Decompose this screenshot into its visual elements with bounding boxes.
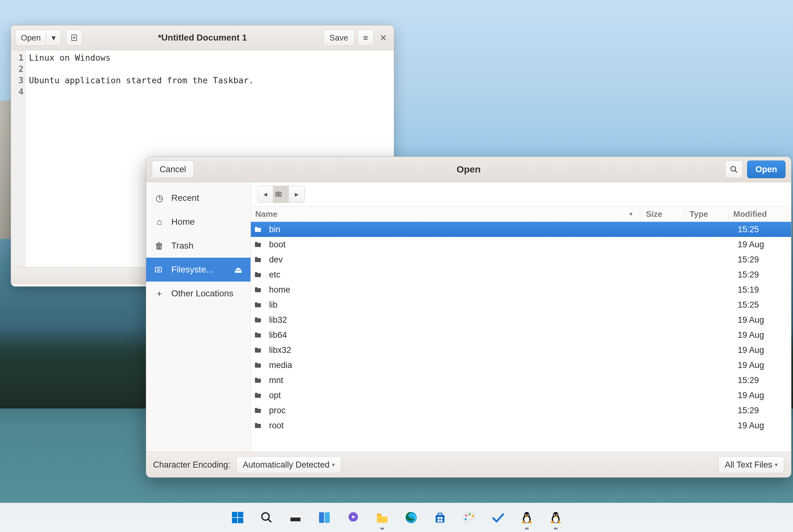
widgets-icon (318, 511, 331, 524)
open-confirm-button[interactable]: Open (747, 160, 786, 178)
search-button[interactable] (725, 160, 743, 178)
file-modified: 19 Aug (733, 315, 791, 325)
edge-browser-button[interactable] (403, 510, 419, 525)
file-name: boot (267, 240, 733, 249)
start-button[interactable] (230, 510, 245, 525)
file-row[interactable]: bin15:25 (251, 222, 791, 237)
file-modified: 19 Aug (733, 391, 791, 400)
column-header-modified[interactable]: Modified (729, 209, 791, 219)
sidebar-item-recent[interactable]: ◷ Recent (146, 186, 250, 210)
widgets-button[interactable] (317, 510, 332, 525)
sidebar-item-filesystem-root[interactable]: Filesyste... ⏏ (146, 258, 250, 282)
triangle-down-icon: ▾ (52, 33, 56, 43)
triangle-down-icon: ▾ (629, 211, 632, 217)
svg-rect-10 (238, 512, 243, 517)
sidebar-item-label: Home (171, 217, 195, 227)
save-button[interactable]: Save (323, 30, 354, 46)
gedit-headerbar: Open ▾ *Untitled Document 1 Save ≡ ✕ (11, 25, 394, 50)
svg-line-4 (735, 170, 737, 172)
file-row[interactable]: lib6419 Aug (251, 327, 791, 343)
file-modified: 15:29 (733, 255, 791, 265)
close-window-button[interactable]: ✕ (377, 32, 390, 44)
svg-point-3 (731, 166, 735, 171)
path-current-location[interactable] (273, 186, 289, 202)
folder-icon (251, 301, 267, 308)
file-name: media (267, 360, 733, 370)
file-explorer-button[interactable] (375, 510, 390, 525)
trash-icon: 🗑 (154, 241, 164, 251)
column-header-name[interactable]: Name▾ (251, 209, 641, 219)
file-row[interactable]: opt19 Aug (251, 388, 791, 403)
file-modified: 19 Aug (733, 360, 791, 370)
file-modified: 15:19 (733, 285, 791, 295)
tux-icon (549, 511, 562, 524)
chat-icon (347, 511, 360, 524)
file-list-header: Name▾ Size Type Modified (251, 206, 791, 222)
linux-app-button-2[interactable] (548, 510, 563, 525)
chat-button[interactable] (346, 510, 361, 525)
open-button[interactable]: Open (15, 30, 46, 46)
file-name: lib64 (267, 330, 733, 340)
folder-icon (251, 256, 267, 263)
file-name: dev (267, 255, 733, 265)
svg-rect-26 (437, 520, 440, 522)
file-row[interactable]: mnt15:29 (251, 373, 791, 388)
file-row[interactable]: proc15:29 (251, 403, 791, 418)
file-modified: 15:29 (733, 406, 791, 415)
file-row[interactable]: home15:19 (251, 282, 791, 297)
file-name: bin (267, 225, 733, 234)
file-row[interactable]: lib3219 Aug (251, 312, 791, 327)
column-header-size[interactable]: Size (641, 209, 685, 219)
open-split-button[interactable]: Open ▾ (15, 30, 61, 46)
line-number: 1 (11, 52, 23, 63)
svg-point-30 (471, 515, 473, 517)
file-name: etc (267, 270, 733, 280)
svg-point-42 (554, 515, 554, 515)
folder-icon (251, 392, 267, 399)
file-row[interactable]: etc15:29 (251, 267, 791, 282)
cancel-button[interactable]: Cancel (152, 160, 194, 178)
microsoft-store-button[interactable] (433, 510, 448, 525)
file-row[interactable]: dev15:29 (251, 252, 791, 267)
taskbar-search[interactable] (259, 510, 274, 525)
disk-icon (154, 266, 164, 274)
eject-icon[interactable]: ⏏ (234, 265, 242, 275)
file-name: home (267, 285, 733, 295)
column-header-type[interactable]: Type (685, 209, 729, 219)
sidebar-item-other-locations[interactable]: ＋ Other Locations (146, 282, 250, 305)
open-recent-dropdown[interactable]: ▾ (46, 30, 61, 46)
file-name: lib (267, 300, 733, 310)
encoding-dropdown[interactable]: Automatically Detected▾ (236, 456, 341, 473)
file-list[interactable]: bin15:25boot19 Augdev15:29etc15:29home15… (251, 222, 791, 452)
svg-point-13 (262, 513, 269, 520)
path-forward-button[interactable]: ▸ (289, 186, 305, 202)
folder-icon (251, 286, 267, 293)
sidebar-item-home[interactable]: ⌂ Home (146, 210, 250, 234)
file-row[interactable]: lib15:25 (251, 297, 791, 312)
sidebar-item-trash[interactable]: 🗑 Trash (146, 234, 250, 258)
file-name: proc (267, 406, 733, 415)
paint-button[interactable] (461, 510, 476, 525)
file-row[interactable]: boot19 Aug (251, 237, 791, 252)
new-tab-button[interactable] (66, 30, 82, 46)
triangle-left-icon: ◂ (263, 190, 267, 198)
file-row[interactable]: root19 Aug (251, 418, 791, 433)
hamburger-menu-button[interactable]: ≡ (357, 30, 374, 46)
todo-app-button[interactable] (490, 510, 505, 525)
new-document-icon (70, 34, 78, 41)
file-name: mnt (267, 376, 733, 385)
file-name: root (267, 421, 733, 431)
file-modified: 15:29 (733, 376, 791, 385)
linux-app-button[interactable] (519, 510, 534, 525)
svg-point-43 (556, 515, 557, 515)
file-row[interactable]: media19 Aug (251, 358, 791, 373)
file-filter-dropdown[interactable]: All Text Files▾ (718, 456, 784, 473)
file-modified: 15:29 (733, 270, 791, 280)
svg-rect-27 (440, 520, 442, 522)
path-back-button[interactable]: ◂ (258, 186, 273, 202)
task-view-button[interactable] (288, 510, 303, 525)
file-modified: 19 Aug (733, 421, 791, 431)
file-row[interactable]: libx3219 Aug (251, 343, 791, 358)
close-icon: ✕ (380, 33, 387, 43)
places-sidebar: ◷ Recent ⌂ Home 🗑 Trash Filesyste... ⏏ (146, 182, 251, 452)
